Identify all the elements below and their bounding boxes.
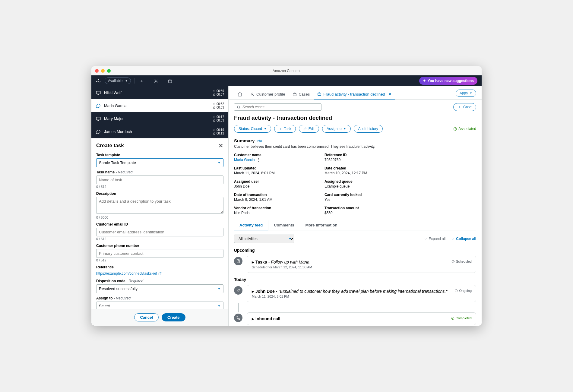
contact-list: Nikki Wolf 00:39 00:07 Maria Garcia 00:5…: [91, 86, 228, 138]
associated-badge: Associated: [453, 127, 476, 131]
chevron-down-icon: ▼: [470, 92, 472, 95]
more-icon[interactable]: ⋮: [257, 158, 260, 162]
details-grid: Customer nameMaria Garcia ⋮ Reference ID…: [234, 153, 476, 215]
dispo-label: Disposition code - Required: [96, 279, 223, 283]
phone-icon: [234, 314, 242, 322]
pencil-icon: [234, 286, 242, 295]
suggestions-label: You have new suggestions: [428, 79, 474, 83]
svg-point-19: [455, 289, 457, 292]
cancel-button[interactable]: Cancel: [134, 313, 159, 321]
template-select[interactable]: Samle Task Template: [96, 158, 223, 167]
add-icon[interactable]: [138, 77, 145, 84]
svg-point-9: [213, 120, 215, 122]
availability-selector[interactable]: Available ▼: [105, 77, 131, 84]
tab-home[interactable]: [234, 90, 246, 99]
apps-button[interactable]: Apps▼: [456, 90, 476, 97]
status-button[interactable]: Status: Closed▼: [234, 125, 271, 133]
caret-right-icon: ▶: [252, 261, 254, 264]
dispo-select[interactable]: Resolved successfully: [96, 284, 223, 293]
contact-item[interactable]: James Murdoch 00:19 00:12: [91, 125, 228, 138]
assign-to-button[interactable]: Assign to▼: [322, 125, 350, 133]
chevron-down-icon: ▼: [125, 79, 128, 82]
svg-point-20: [451, 317, 454, 319]
subtab-comments[interactable]: Comments: [268, 220, 300, 230]
email-label: Customer email ID: [96, 222, 223, 226]
customer-name-link[interactable]: Maria Garcia: [234, 158, 255, 162]
audit-button[interactable]: Audit history: [354, 125, 383, 133]
activity-filter[interactable]: All activities: [234, 235, 294, 243]
monitor-icon: [96, 90, 101, 96]
svg-rect-14: [318, 93, 321, 96]
email-input[interactable]: [96, 228, 223, 236]
task-button[interactable]: Task: [274, 125, 296, 133]
collapse-all-link[interactable]: Collapse all: [451, 237, 476, 241]
contact-item[interactable]: Mary Major 00:17 00:03: [91, 112, 228, 125]
subtab-activity[interactable]: Activity feed: [234, 220, 268, 230]
assign-label: Assign to - Required: [96, 296, 223, 300]
contact-times: 00:52 00:03: [213, 102, 224, 109]
upcoming-heading: Upcoming: [234, 248, 476, 253]
task-name-input[interactable]: [96, 175, 223, 184]
suggestions-button[interactable]: ✦ You have new suggestions: [419, 77, 477, 85]
status-badge: Scheduled: [451, 260, 472, 263]
phone-label: Customer phone number: [96, 244, 223, 248]
description-input[interactable]: [96, 197, 223, 214]
feed-card[interactable]: ▶John Doe - "Explained to customer how t…: [247, 285, 476, 302]
svg-point-12: [252, 93, 253, 94]
summary-text: Customer believes their credit card has …: [234, 144, 476, 149]
summary-heading: SummaryInfo: [234, 138, 476, 143]
template-label: Task template: [96, 153, 223, 157]
tab-cases[interactable]: Cases: [290, 90, 313, 99]
svg-point-11: [213, 133, 215, 134]
counter: 0 / 512: [96, 237, 223, 241]
chat-icon: [96, 129, 101, 134]
app-logo-icon: [96, 78, 101, 84]
create-task-panel: Create task ✕ Task template Samle Task T…: [91, 138, 228, 326]
tab-fraud-activity[interactable]: Fraud activity - transaction declined✕: [314, 89, 395, 100]
maximize-window-icon[interactable]: [107, 69, 111, 73]
search-input[interactable]: [242, 105, 319, 109]
close-icon[interactable]: ✕: [388, 92, 392, 96]
counter: 0 / 512: [96, 258, 223, 262]
contact-item[interactable]: Maria Garcia 00:52 00:03: [91, 99, 228, 112]
divider: [135, 78, 135, 84]
feed-card[interactable]: ▶Tasks - Follow up with Maria Scheduled …: [247, 256, 476, 273]
contact-times: 00:19 00:12: [213, 128, 224, 135]
tab-customer-profile[interactable]: Customer profile: [247, 90, 288, 99]
assign-select[interactable]: Select: [96, 302, 223, 309]
chat-icon: [96, 103, 101, 109]
top-toolbar: Available ▼ ✦ You have new suggestions: [91, 75, 482, 86]
page-title: Fraud activity - transaction declined: [234, 115, 476, 121]
search-cases[interactable]: [234, 103, 321, 111]
panel-title: Create task: [96, 143, 124, 149]
timeline-connector: [234, 303, 242, 312]
subtab-more[interactable]: More information: [300, 220, 343, 230]
contact-name: Mary Major: [104, 116, 210, 121]
close-icon[interactable]: ✕: [218, 142, 223, 149]
counter: 0 / 512: [96, 185, 223, 188]
contact-times: 00:39 00:07: [213, 89, 224, 96]
main-content: Customer profile Cases Fraud activity - …: [228, 86, 482, 326]
sidebar: Nikki Wolf 00:39 00:07 Maria Garcia 00:5…: [91, 86, 228, 326]
status-badge: Completed: [451, 316, 472, 320]
svg-rect-2: [96, 91, 100, 94]
sparkle-icon: ✦: [423, 79, 426, 83]
reference-link[interactable]: https://example.com/connect/tasks-ref: [96, 271, 162, 276]
new-case-button[interactable]: Case: [453, 103, 476, 111]
svg-rect-1: [169, 80, 172, 83]
close-window-icon[interactable]: [95, 69, 99, 73]
expand-all-link[interactable]: Expand all: [424, 237, 445, 241]
calendar-icon[interactable]: [167, 77, 173, 84]
contact-item[interactable]: Nikki Wolf 00:39 00:07: [91, 86, 228, 99]
minimize-window-icon[interactable]: [101, 69, 105, 73]
gear-icon[interactable]: [153, 77, 159, 84]
svg-point-0: [156, 81, 157, 82]
caret-right-icon: ▶: [252, 317, 254, 321]
caret-right-icon: ▶: [252, 290, 254, 293]
traffic-lights: [95, 69, 111, 73]
phone-input[interactable]: [96, 249, 223, 258]
edit-button[interactable]: Edit: [299, 125, 319, 133]
create-button[interactable]: Create: [162, 313, 185, 321]
info-link[interactable]: Info: [256, 139, 262, 143]
feed-card[interactable]: ▶Inbound call Completed: [247, 312, 476, 325]
